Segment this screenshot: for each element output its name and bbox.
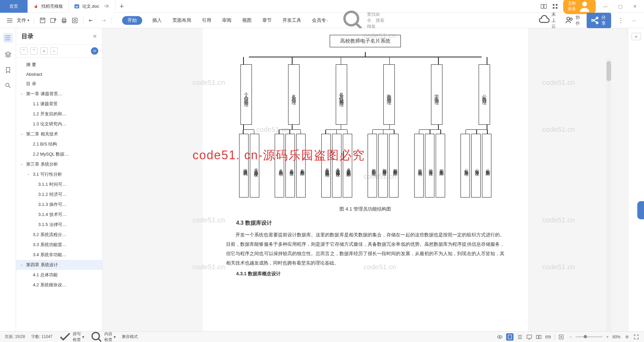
zoom-slider[interactable]: [576, 336, 602, 337]
find-icon[interactable]: [4, 82, 12, 89]
outline-item[interactable]: 3.1.5 法律可…: [16, 220, 102, 230]
zoom-control: − + 80%: [568, 334, 621, 340]
chevron-down-icon[interactable]: ⌄: [20, 91, 23, 96]
fullscreen-icon[interactable]: [633, 334, 639, 340]
outline-item[interactable]: 3.2 系统流程分…: [16, 230, 102, 240]
more-icon[interactable]: ⋮: [617, 17, 625, 24]
document-area[interactable]: code51.cn code51.cn code51.cn code51.cn …: [103, 28, 628, 331]
menu-section[interactable]: 章节: [262, 16, 272, 25]
zoom-out-icon[interactable]: −: [568, 334, 574, 340]
view-outline-icon[interactable]: [517, 334, 523, 340]
sync-icon[interactable]: ⟳: [91, 47, 98, 55]
collapse-icon[interactable]: ︿: [631, 17, 638, 24]
outline-item[interactable]: 摘 要: [16, 60, 102, 70]
layers-icon[interactable]: [4, 51, 12, 58]
menu-ref[interactable]: 引用: [201, 16, 212, 25]
window-close-icon[interactable]: ✕: [630, 4, 640, 9]
outline-item[interactable]: 4.1 总体功能: [16, 270, 102, 280]
outline-label: 3.1.3 操作可…: [38, 202, 67, 207]
eye-icon[interactable]: [497, 334, 503, 340]
print-icon[interactable]: [60, 17, 68, 24]
cloud-button[interactable]: 未上云: [539, 11, 559, 30]
maximize-icon[interactable]: ▢: [615, 4, 625, 9]
content-check-button[interactable]: 内容检查 ▾: [90, 331, 116, 342]
outline-icon[interactable]: [3, 33, 13, 43]
zoom-value[interactable]: 80%: [612, 335, 621, 339]
menu-view[interactable]: 视图: [241, 16, 252, 25]
share-button[interactable]: 分享: [587, 13, 611, 28]
ruler-icon[interactable]: [545, 334, 551, 340]
outline-item[interactable]: 3.4 系统非功能…: [16, 250, 102, 260]
menu-layout[interactable]: 页面布局: [172, 16, 192, 25]
menu-member[interactable]: 会员专: [311, 16, 327, 25]
undo-icon[interactable]: [88, 17, 96, 24]
outline-item[interactable]: ⌄第一章 课题背景…: [16, 89, 102, 99]
save-icon[interactable]: [39, 17, 46, 24]
word-count[interactable]: 字数: 11047: [31, 334, 53, 340]
chevron-down-icon[interactable]: ⌄: [20, 131, 23, 136]
compat-mode[interactable]: 兼容模式: [122, 334, 138, 340]
outline-item[interactable]: ⌄第四章 系统设计: [16, 260, 102, 270]
saveas-icon[interactable]: [50, 17, 57, 24]
outline-item[interactable]: Abstract: [16, 70, 102, 79]
outline-item[interactable]: 3.1.4 技术可…: [16, 210, 102, 220]
view-read-icon[interactable]: [536, 334, 542, 340]
redo-icon[interactable]: [99, 17, 106, 24]
page-count[interactable]: 页面: 15/28: [5, 334, 25, 340]
collab-button[interactable]: 协作: [565, 14, 581, 26]
main: 目录 ✕ ˅ ˄ + − ⟳ 摘 要Abstract目 录⌄第一章 课题背景…1…: [0, 28, 644, 331]
outline-item[interactable]: ⌄第二章 相关技术: [16, 129, 102, 139]
outline-item[interactable]: ⌄第三章 系统分析: [16, 159, 102, 169]
file-menu[interactable]: 文件▾: [17, 17, 29, 23]
menu-dev[interactable]: 开发工具: [282, 16, 302, 25]
outline-item[interactable]: 1.2 开发目的和…: [16, 109, 102, 119]
add-icon[interactable]: +: [40, 47, 48, 55]
scrollbar[interactable]: [606, 58, 611, 331]
outline-item[interactable]: 3.1.1 时间可…: [16, 179, 102, 189]
menu-review[interactable]: 审阅: [221, 16, 232, 25]
panel-toggle-icon[interactable]: ≡: [632, 33, 641, 40]
hamburger-icon[interactable]: [6, 17, 13, 24]
outline-item[interactable]: 3.1.3 操作可…: [16, 199, 102, 210]
tab-templates[interactable]: 找稻壳模板: [28, 0, 69, 13]
tab-document[interactable]: W 论文.doc ▭ ✕: [69, 0, 115, 13]
outline-item[interactable]: 4.2 系统模块设…: [16, 280, 102, 290]
outline-item[interactable]: 目 录: [16, 79, 102, 89]
layout-icon[interactable]: [540, 3, 547, 10]
outline-label: 1.1 课题背景: [33, 101, 58, 106]
zoom-in-icon[interactable]: +: [604, 334, 610, 340]
chevron-down-icon[interactable]: ⌄: [20, 262, 23, 267]
bookmark-icon[interactable]: [4, 66, 12, 74]
scrollthumb[interactable]: [606, 61, 611, 81]
outline-item[interactable]: 2.2 MySQL 数据…: [16, 149, 102, 159]
user-icon: [578, 0, 591, 12]
outline-item[interactable]: 3.3 系统功能需…: [16, 240, 102, 250]
apps-icon[interactable]: [552, 3, 558, 10]
remove-icon[interactable]: −: [50, 47, 58, 55]
spellcheck-button[interactable]: 拼写检查 ▾: [59, 331, 84, 342]
preview-icon[interactable]: [71, 17, 78, 24]
minimize-icon[interactable]: —: [600, 4, 610, 9]
new-tab-button[interactable]: +: [115, 2, 128, 11]
outline-close-icon[interactable]: ✕: [93, 33, 97, 40]
screencast-icon[interactable]: ▭: [104, 3, 108, 8]
chevron-down-icon[interactable]: ⌄: [20, 162, 23, 166]
menu-insert[interactable]: 插入: [152, 16, 162, 25]
outline-item[interactable]: 1.1 课题背景: [16, 99, 102, 109]
fit-icon[interactable]: [558, 334, 564, 340]
collapse-all-icon[interactable]: ˅: [20, 47, 28, 55]
view-web-icon[interactable]: [526, 334, 532, 340]
expand-all-icon[interactable]: ˄: [30, 47, 38, 55]
org-module: 名片管理: [288, 64, 300, 125]
outline-item[interactable]: 1.3 论文研究内…: [16, 119, 102, 129]
tab-home[interactable]: 首页: [0, 0, 28, 13]
outline-item[interactable]: ⌄3.1 可行性分析: [16, 169, 102, 179]
menu-start[interactable]: 开始: [122, 16, 142, 25]
chevron-down-icon[interactable]: ⌄: [27, 172, 30, 176]
float-handle[interactable]: [637, 201, 644, 219]
outline-item[interactable]: 3.1.2 经济可…: [16, 189, 102, 199]
outline-item[interactable]: 2.1 B/S 结构: [16, 139, 102, 149]
settings-icon[interactable]: ⚙: [624, 334, 630, 340]
view-page-icon[interactable]: [506, 333, 514, 341]
share-label: 分享: [601, 14, 606, 26]
